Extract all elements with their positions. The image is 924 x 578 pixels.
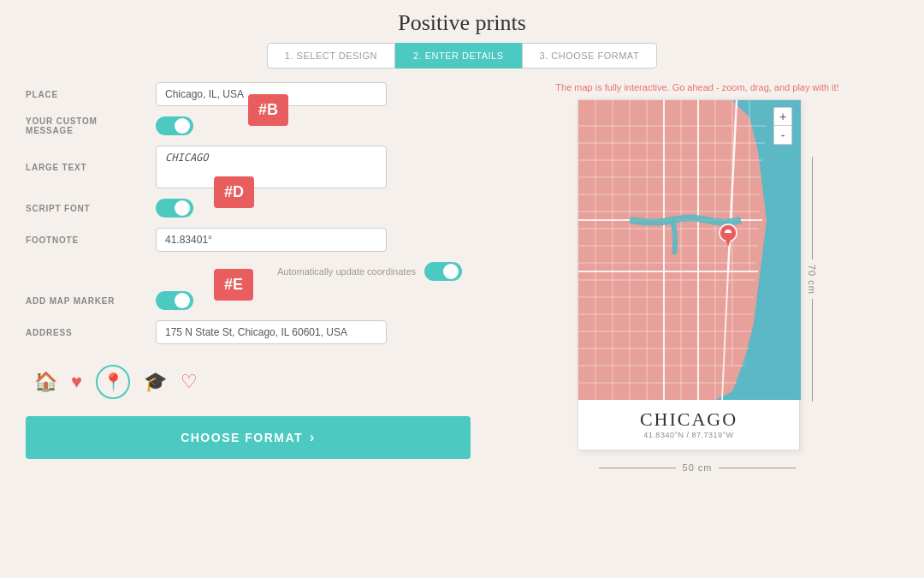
script-font-toggle-slider — [156, 199, 193, 217]
add-map-marker-toggle-slider — [156, 291, 193, 310]
step-choose-format[interactable]: 3. CHOOSE FORMAT — [522, 43, 658, 69]
dimension-height: 70 cm — [807, 99, 817, 459]
marker-icon-house[interactable]: 🏠 — [34, 371, 57, 393]
footnote-input[interactable] — [156, 228, 387, 252]
marker-icon-location-pin[interactable]: 📍 — [96, 365, 130, 399]
auto-update-label: Automatically update coordinates — [277, 266, 416, 277]
script-font-row: SCRIPT FONT #D — [26, 199, 471, 217]
large-text-input[interactable]: CHICAGO — [156, 146, 387, 188]
large-text-label: LARGE TEXT — [26, 163, 145, 172]
choose-format-button[interactable]: CHOOSE FORMAT › — [26, 416, 471, 459]
map-card[interactable]: + - — [578, 99, 800, 450]
dim-line-bottom — [812, 299, 813, 402]
marker-icon-graduation[interactable]: 🎓 — [144, 371, 167, 393]
choose-format-label: CHOOSE FORMAT — [181, 431, 303, 444]
step-enter-details[interactable]: 2. ENTER DETAILS — [395, 43, 522, 69]
address-label: ADDRESS — [26, 328, 145, 337]
script-font-toggle[interactable] — [156, 199, 193, 217]
custom-message-toggle-slider — [156, 116, 193, 135]
right-panel: The map is fully interactive. Go ahead -… — [496, 82, 898, 473]
left-panel: #A PLACE YOUR CUSTOM MESSAGE #B #C — [26, 82, 471, 473]
add-map-marker-toggle[interactable] — [156, 291, 193, 310]
address-input[interactable] — [156, 320, 387, 344]
map-with-dimensions: + - — [578, 99, 817, 459]
dim-width-label: 50 cm — [683, 462, 713, 473]
marker-icon-heart-filled[interactable]: ♥ — [71, 371, 82, 393]
map-hint: The map is fully interactive. Go ahead -… — [555, 82, 838, 92]
dim-height-label: 70 cm — [807, 265, 817, 295]
main-content: #A PLACE YOUR CUSTOM MESSAGE #B #C — [0, 82, 924, 473]
footnote-row: FOOTNOTE — [26, 228, 471, 252]
map-footer: CHICAGO 41.8340°N / 87.7319°W — [578, 400, 799, 450]
badge-b: #B — [248, 94, 288, 126]
footnote-label: FOOTNOTE — [26, 235, 145, 245]
add-map-marker-label: ADD MAP MARKER — [26, 296, 145, 306]
app-title: Positive prints — [398, 10, 526, 35]
map-zoom-controls: + - — [773, 107, 792, 145]
marker-icons-row: 🏠 ♥ 📍 🎓 ♡ — [34, 355, 471, 409]
map-svg-area — [578, 100, 801, 400]
place-label: PLACE — [26, 90, 145, 99]
zoom-out-button[interactable]: - — [773, 126, 792, 145]
dim-line-left — [599, 468, 676, 468]
map-city-name: CHICAGO — [585, 408, 792, 431]
custom-message-label: YOUR CUSTOM MESSAGE — [26, 116, 145, 135]
map-coordinates: 41.8340°N / 87.7319°W — [585, 431, 792, 439]
add-map-marker-row: ADD MAP MARKER #E — [26, 291, 471, 310]
script-font-label: SCRIPT FONT — [26, 204, 145, 213]
custom-message-toggle[interactable] — [156, 116, 193, 135]
app-header: Positive prints — [0, 0, 924, 43]
auto-update-toggle[interactable] — [424, 262, 462, 281]
badge-d: #D — [214, 176, 254, 208]
step-select-design[interactable]: 1. SELECT DESIGN — [267, 43, 395, 69]
custom-message-row: YOUR CUSTOM MESSAGE #B — [26, 116, 471, 135]
zoom-in-button[interactable]: + — [773, 107, 792, 126]
dimension-width: 50 cm — [599, 462, 797, 473]
auto-update-toggle-slider — [424, 262, 462, 281]
address-row: ADDRESS — [26, 320, 471, 344]
chevron-right-icon: › — [310, 430, 316, 445]
dim-line-right — [719, 468, 796, 468]
marker-icon-heart-outline[interactable]: ♡ — [181, 371, 198, 393]
badge-e: #E — [214, 269, 253, 301]
steps-bar: 1. SELECT DESIGN 2. ENTER DETAILS 3. CHO… — [248, 43, 676, 69]
dim-line-top — [812, 157, 813, 259]
